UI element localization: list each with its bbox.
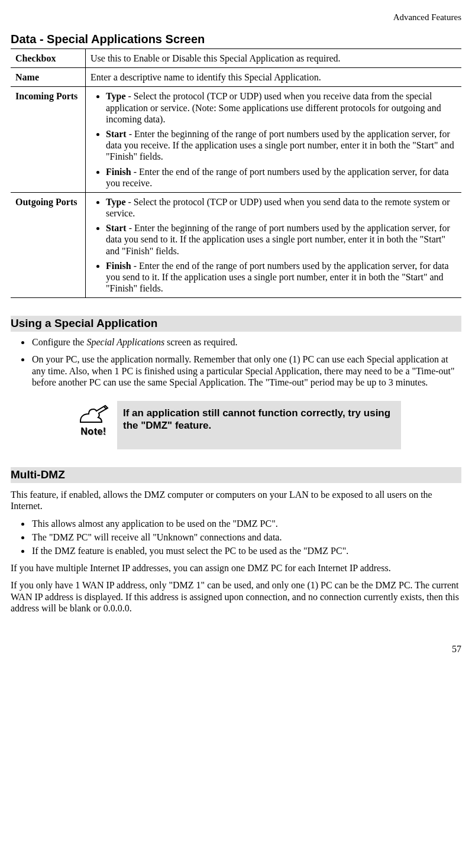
multidmz-intro: This feature, if enabled, allows the DMZ…: [11, 489, 461, 511]
row-label-outgoing: Outgoing Ports: [11, 192, 86, 298]
table-row: Outgoing Ports Type - Select the protoco…: [11, 192, 461, 298]
row-label-incoming: Incoming Ports: [11, 87, 86, 193]
header-breadcrumb: Advanced Features: [11, 12, 461, 22]
multidmz-list: This allows almost any application to be…: [11, 518, 461, 557]
row-desc-name: Enter a descriptive name to identify thi…: [86, 68, 462, 87]
using-list: Configure the Special Applications scree…: [11, 336, 461, 388]
row-label-name: Name: [11, 68, 86, 87]
section-title-using: Using a Special Application: [11, 316, 461, 332]
list-item: Type - Select the protocol (TCP or UDP) …: [106, 90, 457, 125]
section-title-data: Data - Special Applications Screen: [11, 32, 461, 46]
note-text: If an application still cannot function …: [117, 401, 401, 450]
multidmz-p2: If you only have 1 WAN IP address, only …: [11, 579, 461, 614]
data-table: Checkbox Use this to Enable or Disable t…: [11, 48, 461, 298]
list-item: Start - Enter the beginning of the range…: [106, 128, 457, 163]
row-desc-outgoing: Type - Select the protocol (TCP or UDP) …: [86, 192, 462, 298]
note-label: Note!: [70, 426, 117, 437]
list-item: Configure the Special Applications scree…: [31, 336, 461, 348]
list-item: Finish - Enter the end of the range of p…: [106, 260, 457, 294]
row-label-checkbox: Checkbox: [11, 49, 86, 68]
table-row: Name Enter a descriptive name to identif…: [11, 68, 461, 87]
row-desc-incoming: Type - Select the protocol (TCP or UDP) …: [86, 87, 462, 193]
list-item: If the DMZ feature is enabled, you must …: [31, 545, 461, 556]
list-item: On your PC, use the application normally…: [31, 354, 461, 388]
section-title-multidmz: Multi-DMZ: [11, 467, 461, 483]
page-number: 57: [11, 643, 461, 655]
list-item: This allows almost any application to be…: [31, 518, 461, 529]
hand-pencil-icon: [70, 403, 117, 427]
list-item: Start - Enter the beginning of the range…: [106, 222, 457, 257]
note-block: Note! If an application still cannot fun…: [70, 401, 401, 450]
table-row: Incoming Ports Type - Select the protoco…: [11, 87, 461, 193]
table-row: Checkbox Use this to Enable or Disable t…: [11, 49, 461, 68]
list-item: Type - Select the protocol (TCP or UDP) …: [106, 196, 457, 219]
list-item: The "DMZ PC" will receive all "Unknown" …: [31, 532, 461, 543]
row-desc-checkbox: Use this to Enable or Disable this Speci…: [86, 49, 462, 68]
multidmz-p1: If you have multiple Internet IP address…: [11, 562, 461, 574]
list-item: Finish - Enter the end of the range of p…: [106, 166, 457, 189]
